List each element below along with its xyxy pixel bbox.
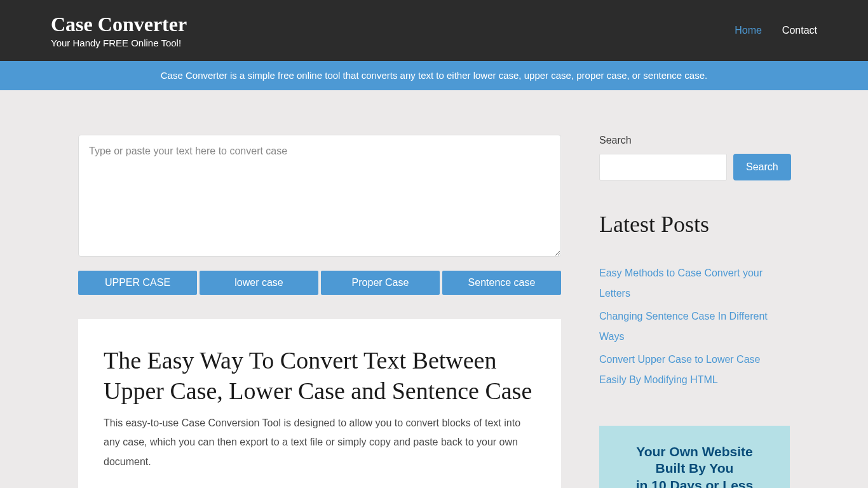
banner-text: Case Converter is a simple free online t… [161,70,707,81]
main-nav: Home Contact [735,25,817,36]
nav-contact[interactable]: Contact [782,25,817,36]
promo-text: in 10 Days or Less [612,477,777,489]
post-link[interactable]: Changing Sentence Case In Different Ways [599,306,790,347]
article-paragraph: This easy-to-use Case Conversion Tool is… [104,414,536,471]
promo-box[interactable]: Your Own Website Built By You in 10 Days… [599,426,790,488]
propercase-button[interactable]: Proper Case [321,271,440,295]
brand: Case Converter Your Handy FREE Online To… [51,13,187,48]
sentencecase-button[interactable]: Sentence case [442,271,561,295]
lowercase-button[interactable]: lower case [200,271,318,295]
post-link[interactable]: Easy Methods to Case Convert your Letter… [599,263,790,304]
search-label: Search [599,135,790,146]
promo-text: Built By You [612,460,777,477]
site-header: Case Converter Your Handy FREE Online To… [0,0,868,61]
text-input[interactable] [78,135,561,257]
post-link[interactable]: Convert Upper Case to Lower Case Easily … [599,349,790,390]
post-list: Easy Methods to Case Convert your Letter… [599,263,790,390]
search-input[interactable] [599,154,727,180]
nav-home[interactable]: Home [735,25,762,36]
description-banner: Case Converter is a simple free online t… [0,61,868,90]
site-title[interactable]: Case Converter [51,13,187,36]
main-container: UPPER CASE lower case Proper Case Senten… [27,90,841,488]
site-tagline: Your Handy FREE Online Tool! [51,37,187,48]
sidebar: Search Search Latest Posts Easy Methods … [599,135,790,488]
article: The Easy Way To Convert Text Between Upp… [78,319,561,488]
main-content: UPPER CASE lower case Proper Case Senten… [78,135,561,488]
promo-text: Your Own Website [612,444,777,460]
search-button[interactable]: Search [733,154,791,180]
uppercase-button[interactable]: UPPER CASE [78,271,197,295]
search-row: Search [599,154,790,180]
latest-posts-heading: Latest Posts [599,211,790,238]
case-button-row: UPPER CASE lower case Proper Case Senten… [78,271,561,295]
article-title: The Easy Way To Convert Text Between Upp… [104,346,536,406]
